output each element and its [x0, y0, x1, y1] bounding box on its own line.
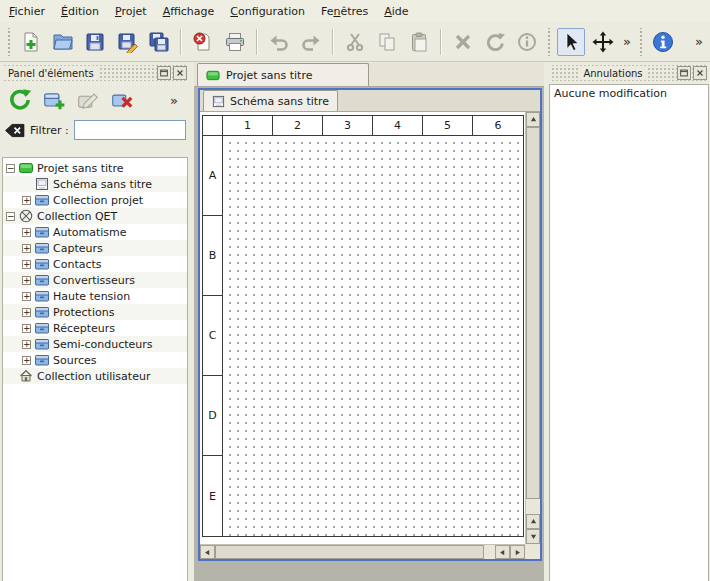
column-header-2: 2 [273, 116, 323, 136]
filter-input[interactable] [74, 120, 186, 140]
undo-button[interactable] [265, 28, 293, 56]
reload-collections-button[interactable] [5, 85, 35, 115]
tree-item-protections[interactable]: +Protections [3, 304, 187, 320]
delete-selection-button[interactable] [449, 28, 477, 56]
schema-canvas[interactable]: 123456ABCDE [200, 112, 525, 544]
undo-list-item[interactable]: Aucune modification [550, 85, 708, 102]
close-project-button[interactable] [189, 28, 217, 56]
clipboard-icon [408, 31, 430, 53]
elements-dock-titlebar[interactable]: Panel d'éléments [3, 65, 187, 81]
tree-item-convertisseurs[interactable]: +Convertisseurs [3, 272, 187, 288]
vertical-scroll-track[interactable] [526, 127, 540, 514]
undo-arrow-icon [268, 31, 290, 53]
tree-item-semi-conducteurs[interactable]: +Semi-conducteurs [3, 336, 187, 352]
new-element-button[interactable] [39, 85, 69, 115]
save-button[interactable] [81, 28, 109, 56]
project-green-icon [19, 161, 33, 175]
toolbar-handle-tools[interactable] [546, 28, 552, 56]
toolbar-extension[interactable]: » [619, 34, 635, 49]
toolbar-handle-info[interactable] [638, 28, 644, 56]
floppy-all-icon [148, 31, 170, 53]
menu-fenetres[interactable]: Fenêtres [313, 1, 376, 22]
print-button[interactable] [221, 28, 249, 56]
expander-plus-icon[interactable]: + [22, 356, 31, 365]
expander-plus-icon[interactable]: + [22, 196, 31, 205]
expander-plus-icon[interactable]: + [22, 244, 31, 253]
expander-minus-icon[interactable]: − [6, 212, 15, 221]
delete-element-button[interactable] [107, 85, 137, 115]
info-circle-gray-icon [516, 31, 538, 53]
tree-item-label: Contacts [53, 258, 102, 271]
about-info-button[interactable] [649, 28, 677, 56]
tree-item-recepteurs[interactable]: +Récepteurs [3, 320, 187, 336]
pan-tool-button[interactable] [589, 28, 617, 56]
menu-edition[interactable]: Édition [53, 1, 107, 22]
selection-info-button[interactable] [513, 28, 541, 56]
cut-button[interactable] [341, 28, 369, 56]
filter-label: Filtrer : [30, 124, 69, 137]
tree-item-automatisme[interactable]: +Automatisme [3, 224, 187, 240]
menu-projet[interactable]: Projet [107, 1, 155, 22]
tree-item-collection-projet[interactable]: +Collection projet [3, 192, 187, 208]
scroll-up-button[interactable] [526, 112, 540, 127]
horizontal-scrollbar[interactable] [200, 544, 525, 559]
select-tool-button[interactable] [557, 28, 585, 56]
tree-item-contacts[interactable]: +Contacts [3, 256, 187, 272]
tree-item-label: Schéma sans titre [53, 178, 152, 191]
elements-toolbar-extension[interactable]: » [166, 93, 182, 108]
rotate-selection-button[interactable] [481, 28, 509, 56]
folder-drawer-icon [35, 241, 49, 255]
toolbar-handle[interactable] [6, 28, 12, 56]
backspace-clear-icon [4, 123, 25, 138]
project-tab[interactable]: Projet sans titre [197, 63, 369, 86]
save-as-button[interactable] [113, 28, 141, 56]
scroll-up-button-bottom[interactable] [526, 514, 540, 529]
save-all-button[interactable] [145, 28, 173, 56]
row-header-B: B [203, 216, 223, 296]
tree-item-collection-utilisateur[interactable]: Collection utilisateur [3, 368, 187, 384]
new-project-button[interactable] [17, 28, 45, 56]
undo-dock-close-button[interactable] [693, 66, 707, 80]
expander-minus-icon[interactable]: − [6, 164, 15, 173]
expander-plus-icon[interactable]: + [22, 260, 31, 269]
scroll-left-button[interactable] [200, 545, 215, 559]
tree-item-capteurs[interactable]: +Capteurs [3, 240, 187, 256]
menu-fichier[interactable]: Fichier [1, 1, 53, 22]
expander-plus-icon[interactable]: + [22, 324, 31, 333]
tree-item-sources[interactable]: +Sources [3, 352, 187, 368]
expander-plus-icon[interactable]: + [22, 292, 31, 301]
menu-configuration[interactable]: Configuration [222, 1, 313, 22]
expander-plus-icon[interactable]: + [22, 308, 31, 317]
menu-aide[interactable]: Aide [376, 1, 416, 22]
menu-affichage[interactable]: Affichage [155, 1, 223, 22]
expander-plus-icon[interactable]: + [22, 276, 31, 285]
elements-dock-close-button[interactable] [173, 66, 187, 80]
toolbar-extension-right[interactable]: » [691, 34, 707, 49]
tree-item-projet-sans-titre[interactable]: −Projet sans titre [3, 160, 187, 176]
tree-item-collection-qet[interactable]: −Collection QET [3, 208, 187, 224]
vertical-scrollbar[interactable] [525, 112, 540, 544]
horizontal-scroll-thumb[interactable] [215, 545, 484, 559]
horizontal-scroll-track[interactable] [215, 545, 495, 559]
filter-clear-button[interactable] [4, 123, 25, 138]
expander-plus-icon[interactable]: + [22, 340, 31, 349]
scroll-right-button[interactable] [510, 545, 525, 559]
edit-element-button[interactable] [73, 85, 103, 115]
folder-drawer-icon [35, 305, 49, 319]
undo-dock-float-button[interactable] [677, 66, 691, 80]
row-header-C: C [203, 296, 223, 376]
copy-button[interactable] [373, 28, 401, 56]
open-project-button[interactable] [49, 28, 77, 56]
elements-dock-float-button[interactable] [157, 66, 171, 80]
vertical-scroll-thumb[interactable] [526, 127, 540, 499]
schema-tab[interactable]: Schéma sans titre [203, 90, 338, 111]
scroll-left-button-right[interactable] [495, 545, 510, 559]
scroll-down-button[interactable] [526, 529, 540, 544]
tree-item-schema-sans-titre[interactable]: Schéma sans titre [3, 176, 187, 192]
tree-item-haute-tension[interactable]: +Haute tension [3, 288, 187, 304]
schema-grid[interactable] [223, 136, 523, 536]
paste-button[interactable] [405, 28, 433, 56]
expander-plus-icon[interactable]: + [22, 228, 31, 237]
undo-dock-titlebar[interactable]: Annulations [551, 65, 707, 81]
redo-button[interactable] [297, 28, 325, 56]
